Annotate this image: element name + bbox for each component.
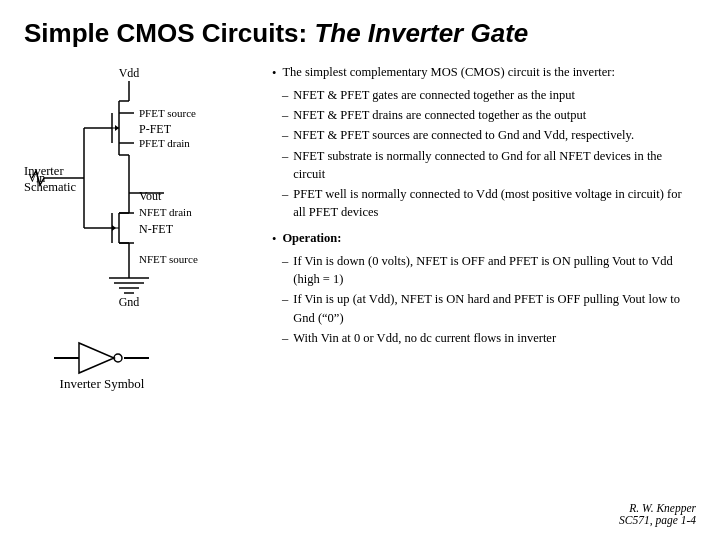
right-column: • The simplest complementary MOS (CMOS) … bbox=[272, 63, 696, 433]
svg-text:Gnd: Gnd bbox=[119, 295, 140, 309]
title-prefix: Simple CMOS Circuits: bbox=[24, 18, 314, 48]
svg-text:P-FET: P-FET bbox=[139, 122, 172, 136]
sub-item-1-5: – PFET well is normally connected to Vdd… bbox=[282, 185, 696, 221]
schematic-label: Inverter Schematic bbox=[24, 163, 76, 196]
footer-course: SC571, page 1-4 bbox=[619, 514, 696, 526]
sub-item-2-1-text: If Vin is down (0 volts), NFET is OFF an… bbox=[293, 252, 696, 288]
svg-text:Vout: Vout bbox=[139, 189, 162, 203]
svg-text:PFET drain: PFET drain bbox=[139, 137, 190, 149]
svg-text:NFET source: NFET source bbox=[139, 253, 198, 265]
bullet-dot-2: • bbox=[272, 230, 276, 248]
svg-text:Inverter Symbol: Inverter Symbol bbox=[60, 376, 145, 391]
svg-marker-43 bbox=[79, 343, 114, 373]
bullet-2-subitems: – If Vin is down (0 volts), NFET is OFF … bbox=[282, 252, 696, 347]
sub-item-2-2-text: If Vin is up (at Vdd), NFET is ON hard a… bbox=[293, 290, 696, 326]
sub-item-1-2-text: NFET & PFET drains are connected togethe… bbox=[293, 106, 586, 124]
circuit-svg: Vdd bbox=[24, 63, 234, 423]
bullet-1-subitems: – NFET & PFET gates are connected togeth… bbox=[282, 86, 696, 221]
sub-item-2-3-text: With Vin at 0 or Vdd, no dc current flow… bbox=[293, 329, 556, 347]
sub-item-1-4: – NFET substrate is normally connected t… bbox=[282, 147, 696, 183]
footer: R. W. Knepper SC571, page 1-4 bbox=[619, 502, 696, 526]
sub-item-2-2: – If Vin is up (at Vdd), NFET is ON hard… bbox=[282, 290, 696, 326]
page: Simple CMOS Circuits: The Inverter Gate … bbox=[0, 0, 720, 540]
sub-item-2-1: – If Vin is down (0 volts), NFET is OFF … bbox=[282, 252, 696, 288]
sub-item-1-4-text: NFET substrate is normally connected to … bbox=[293, 147, 696, 183]
svg-text:NFET drain: NFET drain bbox=[139, 206, 192, 218]
title-italic: The Inverter Gate bbox=[314, 18, 528, 48]
footer-author: R. W. Knepper bbox=[619, 502, 696, 514]
bullet-1-section: • The simplest complementary MOS (CMOS) … bbox=[272, 63, 696, 221]
bullet-2-main: • Operation: bbox=[272, 229, 696, 248]
bullet-1-main: • The simplest complementary MOS (CMOS) … bbox=[272, 63, 696, 82]
svg-marker-25 bbox=[112, 225, 116, 231]
svg-text:N-FET: N-FET bbox=[139, 222, 174, 236]
bullet-2-text: Operation: bbox=[282, 229, 341, 248]
svg-text:Vdd: Vdd bbox=[119, 66, 140, 80]
svg-text:PFET source: PFET source bbox=[139, 107, 196, 119]
sub-item-1-3-text: NFET & PFET sources are connected to Gnd… bbox=[293, 126, 634, 144]
sub-item-1-1-text: NFET & PFET gates are connected together… bbox=[293, 86, 575, 104]
bullet-1-text: The simplest complementary MOS (CMOS) ci… bbox=[282, 63, 615, 82]
sub-item-1-1: – NFET & PFET gates are connected togeth… bbox=[282, 86, 696, 104]
circuit-diagram: Vdd bbox=[24, 63, 234, 433]
left-column: Vdd bbox=[24, 63, 254, 433]
sub-item-1-5-text: PFET well is normally connected to Vdd (… bbox=[293, 185, 696, 221]
bullet-dot-1: • bbox=[272, 64, 276, 82]
page-title: Simple CMOS Circuits: The Inverter Gate bbox=[24, 18, 696, 49]
sub-item-1-2: – NFET & PFET drains are connected toget… bbox=[282, 106, 696, 124]
bullet-2-section: • Operation: – If Vin is down (0 volts),… bbox=[272, 229, 696, 347]
sub-item-1-3: – NFET & PFET sources are connected to G… bbox=[282, 126, 696, 144]
sub-item-2-3: – With Vin at 0 or Vdd, no dc current fl… bbox=[282, 329, 696, 347]
